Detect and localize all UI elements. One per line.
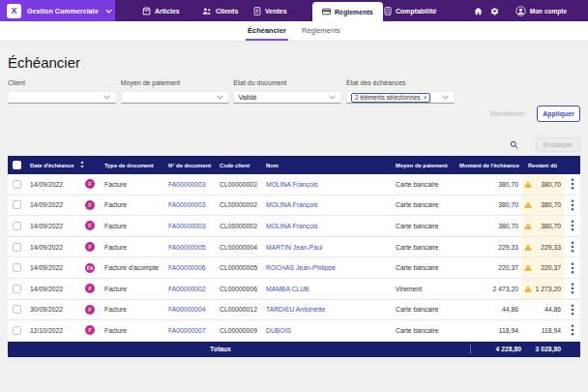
nav-item-clients[interactable]: Clients xyxy=(202,0,238,21)
document-type-badge: FA xyxy=(85,263,95,273)
totals-montant: 4 228,80 xyxy=(466,346,521,352)
row-date: 14/09/2022 xyxy=(25,201,82,208)
row-restant-cell: 118,94 xyxy=(521,320,564,341)
row-checkbox[interactable] xyxy=(8,180,25,189)
row-checkbox[interactable] xyxy=(8,326,25,335)
subtab-chancier[interactable]: Échéancier xyxy=(246,21,288,41)
row-client-link[interactable]: MOLINA François xyxy=(264,181,394,188)
row-actions-menu[interactable] xyxy=(564,324,580,336)
row-restant-cell: 220,37 xyxy=(521,257,564,278)
row-actions-menu[interactable] xyxy=(564,283,580,294)
row-document-link[interactable]: FA00000004 xyxy=(166,306,218,313)
nav-item-ventes[interactable]: Ventes xyxy=(253,0,287,21)
nav-item-rglements[interactable]: Règlements xyxy=(312,2,383,21)
row-badge-cell: F xyxy=(82,179,103,189)
row-checkbox[interactable] xyxy=(8,263,25,272)
row-document-link[interactable]: FA00000003 xyxy=(166,223,218,229)
row-type: Facture xyxy=(103,286,166,292)
nav-item-label: Clients xyxy=(216,8,238,15)
row-client-link[interactable]: MOLINA François xyxy=(264,201,394,208)
row-type: Facture d'acompte xyxy=(103,264,166,271)
row-actions-menu[interactable] xyxy=(564,220,580,231)
row-document-link[interactable]: FA00000003 xyxy=(166,181,218,188)
row-checkbox[interactable] xyxy=(8,243,25,252)
row-code: CL00000002 xyxy=(218,223,264,229)
row-moyen: Virement xyxy=(394,286,466,292)
row-montant: 380,70 xyxy=(466,201,521,208)
row-actions-menu[interactable] xyxy=(564,178,580,190)
table-header-row: Date d'échéanceType de documentN° de doc… xyxy=(8,156,580,174)
filter-select[interactable] xyxy=(8,91,116,104)
row-montant: 229,33 xyxy=(466,244,521,251)
row-client-link[interactable]: ROCHAS Jean-Philippe xyxy=(264,264,394,271)
filter-select[interactable]: Validé xyxy=(233,91,341,104)
row-client-link[interactable]: DUBOIS xyxy=(264,327,394,334)
row-restant: 1 273,20 xyxy=(536,286,561,292)
nav-item-label: Articles xyxy=(155,8,180,15)
row-checkbox[interactable] xyxy=(8,222,25,230)
user-account-icon[interactable] xyxy=(515,6,526,16)
apply-button[interactable]: Appliquer xyxy=(537,106,580,122)
search-icon[interactable] xyxy=(510,140,518,149)
gear-icon[interactable] xyxy=(490,7,499,15)
subtab-rglements[interactable]: Règlements xyxy=(300,21,342,41)
col-header-code[interactable]: Code client xyxy=(218,163,264,168)
row-date: 14/09/2022 xyxy=(25,223,82,229)
reset-button[interactable]: Réinitialiser xyxy=(490,110,525,117)
top-navigation-bar: X Gestion Commerciale ArticlesClientsVen… xyxy=(0,0,588,21)
collect-button[interactable]: Encaisser xyxy=(536,137,580,152)
row-document-link[interactable]: FA00000003 xyxy=(166,201,218,208)
nav-item-articles[interactable]: Articles xyxy=(142,0,180,21)
warning-icon xyxy=(524,201,532,208)
row-montant: 118,94 xyxy=(466,327,521,334)
row-badge-cell: FA xyxy=(82,263,103,273)
row-moyen: Carte bancaire xyxy=(394,223,466,229)
filter-value: 2 éléments sélectionnés× xyxy=(351,93,442,103)
row-moyen: Carte bancaire xyxy=(394,306,466,313)
filter-select[interactable] xyxy=(121,91,229,104)
row-code: CL00000002 xyxy=(218,201,264,208)
totals-label: Totaux xyxy=(8,346,433,352)
row-actions-menu[interactable] xyxy=(564,304,580,316)
row-checkbox[interactable] xyxy=(8,305,25,314)
col-header-type[interactable]: Type de document xyxy=(103,163,166,168)
row-document-link[interactable]: FA00000002 xyxy=(166,286,218,292)
row-client-link[interactable]: MARTIN Jean-Paul xyxy=(264,244,394,251)
row-restant-cell: 1 273,20 xyxy=(521,279,564,299)
row-actions-menu[interactable] xyxy=(564,241,580,253)
row-montant: 380,70 xyxy=(466,223,521,229)
row-client-link[interactable]: MOLINA François xyxy=(264,223,394,229)
row-document-link[interactable]: FA00000005 xyxy=(166,244,218,251)
row-montant: 44,86 xyxy=(466,306,521,313)
selected-chip[interactable]: 2 éléments sélectionnés× xyxy=(351,93,430,103)
row-actions-menu[interactable] xyxy=(564,262,580,274)
row-date: 14/09/2022 xyxy=(25,286,82,292)
col-header-restant[interactable]: Restant dû xyxy=(521,163,564,168)
home-icon[interactable] xyxy=(474,7,483,15)
warning-icon xyxy=(524,223,532,229)
document-type-badge: F xyxy=(85,305,95,315)
row-badge-cell: F xyxy=(82,305,103,315)
row-checkbox[interactable] xyxy=(8,200,25,209)
app-brand[interactable]: X Gestion Commerciale xyxy=(0,0,115,21)
row-document-link[interactable]: FA00000007 xyxy=(166,327,218,334)
chevron-down-icon xyxy=(442,95,449,100)
row-client-link[interactable]: MAMBA CLUB xyxy=(264,286,394,292)
filter-select[interactable]: 2 éléments sélectionnés× xyxy=(346,91,455,104)
col-header-doc[interactable]: N° de document xyxy=(166,163,218,168)
chip-close-icon[interactable]: × xyxy=(424,94,427,101)
row-checkbox[interactable] xyxy=(8,285,25,293)
chevron-down-icon xyxy=(103,95,110,100)
col-header-montant[interactable]: Montant de l'échéance xyxy=(394,163,521,168)
row-restant: 380,70 xyxy=(541,181,561,188)
nav-item-comptabilit[interactable]: Comptabilité xyxy=(384,0,436,21)
select-all-checkbox[interactable] xyxy=(8,161,25,169)
row-restant: 229,33 xyxy=(541,244,561,251)
col-header-date[interactable]: Date d'échéance xyxy=(25,161,82,169)
account-label[interactable]: Mon compte xyxy=(530,8,567,15)
col-header-nom[interactable]: Nom xyxy=(264,163,394,168)
row-client-link[interactable]: TARDIEU Antoinette xyxy=(264,306,394,313)
sort-icon[interactable] xyxy=(79,161,85,169)
row-actions-menu[interactable] xyxy=(564,199,580,211)
row-document-link[interactable]: FA00000006 xyxy=(166,264,218,271)
